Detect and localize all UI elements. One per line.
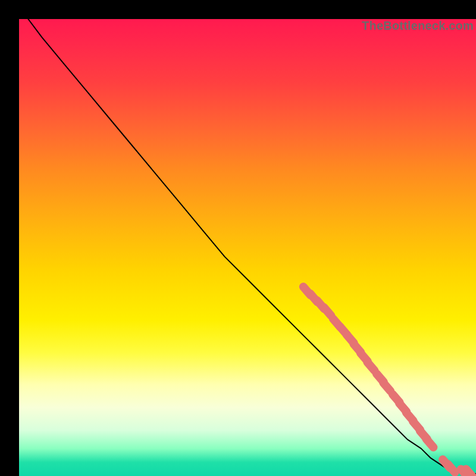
chart-marker [324, 308, 331, 316]
chart-markers [303, 287, 473, 476]
chart-line [28, 19, 476, 474]
chart-marker [466, 469, 473, 476]
chart-marker [426, 439, 433, 447]
chart-svg [19, 19, 476, 476]
chart-plot-area: TheBottleneck.com [19, 19, 476, 476]
chart-marker [367, 362, 374, 371]
chart-marker [383, 383, 390, 391]
chart-frame: TheBottleneck.com [10, 10, 466, 466]
chart-marker [448, 464, 455, 472]
